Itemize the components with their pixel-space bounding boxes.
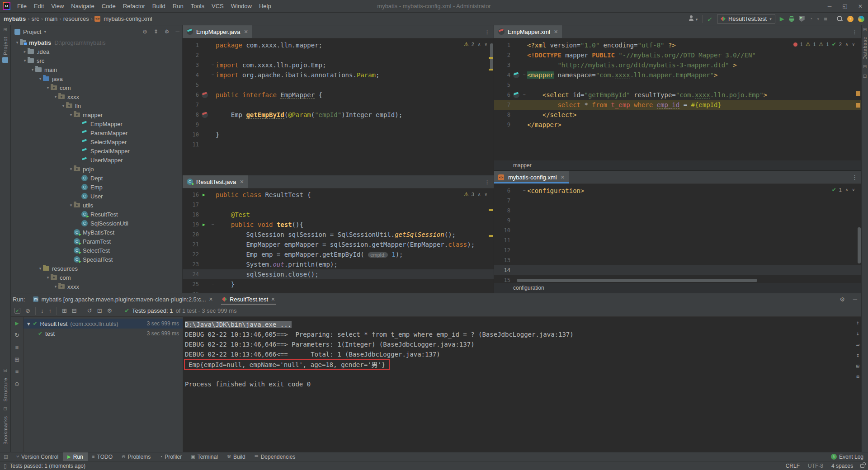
toolwindow-profiler[interactable]: ◔Profiler xyxy=(155,452,186,461)
tree-item-UserMapper[interactable]: UserMapper xyxy=(11,155,182,164)
menu-item-run[interactable]: Run xyxy=(170,1,187,11)
project-view-dropdown-icon[interactable]: ▾ xyxy=(44,29,46,34)
event-log-button[interactable]: 1 Event Log xyxy=(826,452,868,461)
sidebar-item-project[interactable]: Project xyxy=(2,37,8,63)
run-button[interactable]: ▶ xyxy=(780,15,784,22)
sidebar-item-database[interactable]: Database xyxy=(863,37,868,60)
close-tab-icon[interactable]: ✕ xyxy=(240,179,244,185)
status-message[interactable]: Tests passed: 1 (moments ago) xyxy=(10,463,85,469)
warning-stripe-mark[interactable] xyxy=(489,57,493,59)
chevron-down-icon[interactable]: ▾ xyxy=(68,113,74,117)
breadcrumb-item-src[interactable]: src xyxy=(31,15,39,22)
menu-item-code[interactable]: Code xyxy=(99,1,119,11)
project-panel-title[interactable]: Project xyxy=(23,28,41,35)
code-editor[interactable]: 6−<configuration>789101112131415 xyxy=(494,184,861,293)
tree-item-com[interactable]: ▾com xyxy=(11,273,182,282)
maven-tab-icon[interactable]: ⊟ xyxy=(863,64,867,69)
chevron-down-icon[interactable]: ▾ xyxy=(22,58,28,63)
test-tree-item-test[interactable]: ✔test3 sec 999 ms xyxy=(24,329,183,338)
horizontal-scrollbar-thumb[interactable] xyxy=(517,279,757,282)
toolwindow-terminal[interactable]: ▣Terminal xyxy=(186,452,222,461)
menu-item-edit[interactable]: Edit xyxy=(31,1,47,11)
tree-item-ParamTest[interactable]: ParamTest xyxy=(11,237,182,246)
test-history-icon[interactable]: ↺ xyxy=(87,307,92,314)
profiler-button[interactable]: ◔ xyxy=(809,15,813,22)
import-tests-icon[interactable]: ⊞ xyxy=(14,356,19,363)
inspection-widget[interactable]: ✔1 ∧ ∨ xyxy=(832,187,855,193)
close-tab-icon[interactable]: ✕ xyxy=(271,296,275,302)
select-opened-file-icon[interactable]: ⊕ xyxy=(143,28,147,35)
tab-empmapper-java[interactable]: EmpMapper.java ✕ xyxy=(183,25,252,38)
menu-item-refactor[interactable]: Refactor xyxy=(120,1,148,11)
scroll-down-icon[interactable]: ↓ xyxy=(856,330,859,337)
next-problem-icon[interactable]: ∨ xyxy=(852,42,855,47)
run-gutter-icon[interactable]: ▶ xyxy=(202,220,210,230)
rerun-failed-icon[interactable]: ↻ xyxy=(14,332,19,338)
sort-by-duration-icon[interactable]: ↑ xyxy=(48,307,52,314)
minimize-button[interactable]: ─ xyxy=(822,0,837,12)
breadcrumb-file[interactable]: mybatis-config.xml xyxy=(104,15,152,22)
prev-problem-icon[interactable]: ∧ xyxy=(478,42,481,47)
menu-item-window[interactable]: Window xyxy=(228,1,255,11)
tree-item-pojo[interactable]: ▾pojo xyxy=(11,164,182,174)
close-tab-icon[interactable]: ✕ xyxy=(209,296,213,302)
chevron-down-icon[interactable]: ▾ xyxy=(38,76,43,81)
inspection-widget[interactable]: ⚠3 ∧ ∨ xyxy=(464,191,487,197)
inspection-widget[interactable]: ⚠2 ∧ ∨ xyxy=(464,41,487,47)
encoding-indicator[interactable]: UTF-8 xyxy=(808,463,823,469)
coverage-button[interactable] xyxy=(799,16,805,22)
toolwindow-todo[interactable]: ≡TODO xyxy=(88,452,117,461)
menu-item-build[interactable]: Build xyxy=(149,1,169,11)
code-editor[interactable]: 1<?xml version="1.0" encoding="utf-8" ?>… xyxy=(494,38,861,170)
tree-item-lln[interactable]: ▾lln xyxy=(11,101,182,110)
indent-indicator[interactable]: 4 spaces xyxy=(831,463,853,469)
menu-item-vcs[interactable]: VCS xyxy=(208,1,227,11)
menu-item-file[interactable]: File xyxy=(14,1,30,11)
print-icon[interactable]: ⊞ xyxy=(856,363,859,369)
fold-marker[interactable]: − xyxy=(521,70,527,80)
close-tab-icon[interactable]: ✕ xyxy=(561,174,565,180)
rerun-tests-icon[interactable]: ▶ xyxy=(15,320,19,326)
mapper-gutter-icon[interactable] xyxy=(513,70,521,80)
warning-stripe-mark[interactable] xyxy=(489,235,493,237)
tree-item-src[interactable]: ▾src xyxy=(11,56,182,65)
error-stripe-mark[interactable] xyxy=(856,103,860,108)
breadcrumb-tag[interactable]: configuration xyxy=(494,283,861,293)
chevron-down-icon[interactable]: ▾ xyxy=(27,320,30,327)
breadcrumb-item-main[interactable]: main xyxy=(45,15,57,22)
scroll-to-end-icon[interactable]: ↧ xyxy=(856,352,859,358)
run-console[interactable]: ↑ ↓ ↵ ↧ ⊞ ⌧ D:\Java\JDK\bin\java.exe ...… xyxy=(183,317,861,452)
show-ignored-icon[interactable]: ⊘ xyxy=(25,307,30,314)
chevron-down-icon[interactable]: ▾ xyxy=(14,40,20,45)
error-stripe-mark[interactable] xyxy=(856,91,860,96)
debug-button[interactable] xyxy=(789,16,794,22)
chevron-down-icon[interactable]: ▾ xyxy=(38,266,43,271)
sidebar-item-bookmarks[interactable]: Bookmarks xyxy=(3,416,8,445)
close-tab-icon[interactable]: ✕ xyxy=(244,29,248,35)
next-problem-icon[interactable]: ∨ xyxy=(484,192,487,197)
mapper-gutter-icon[interactable] xyxy=(513,90,521,100)
tree-item-com[interactable]: ▾com xyxy=(11,83,182,92)
tree-item-utils[interactable]: ▾utils xyxy=(11,201,182,210)
tab-mybatis-config-xml[interactable]: <> mybatis-config.xml ✕ xyxy=(494,171,569,183)
vcs-update-icon[interactable]: ↙ xyxy=(707,15,712,23)
toolwindow-build[interactable]: ⚒Build xyxy=(222,452,250,461)
inspection-widget[interactable]: 1 ⚠1 ⚠1 ✔2 ∧ ∨ xyxy=(793,41,855,47)
close-button[interactable]: ✕ xyxy=(853,0,868,12)
chevron-down-icon[interactable]: ▾ xyxy=(30,67,35,72)
chevron-down-icon[interactable]: ▾ xyxy=(53,94,58,99)
tab-options-icon[interactable]: ⋮ xyxy=(481,175,494,188)
gradle-tab-icon[interactable]: ⊡ xyxy=(863,74,867,79)
show-passed-icon[interactable]: ✔ xyxy=(14,308,20,314)
run-tab-maven[interactable]: m mybatis [org.apache.maven.plugins:mave… xyxy=(28,293,217,305)
warning-stripe-mark[interactable] xyxy=(489,209,493,211)
prev-problem-icon[interactable]: ∧ xyxy=(478,192,481,197)
export-test-results-icon[interactable]: ⊡ xyxy=(97,307,102,314)
run-configuration-select[interactable]: ResultTest.test ▾ xyxy=(717,14,775,24)
tree-item-.idea[interactable]: ▸.idea xyxy=(11,47,182,56)
run-tab-resulttest[interactable]: ResultTest.test ✕ xyxy=(217,293,279,305)
maximize-button[interactable]: ◱ xyxy=(837,0,853,12)
tree-item-SpecialTest[interactable]: SpecialTest xyxy=(11,255,182,264)
tree-item-SelectMapper[interactable]: SelectMapper xyxy=(11,137,182,146)
tab-empmapper-xml[interactable]: EmpMapper.xml ✕ xyxy=(494,25,562,38)
